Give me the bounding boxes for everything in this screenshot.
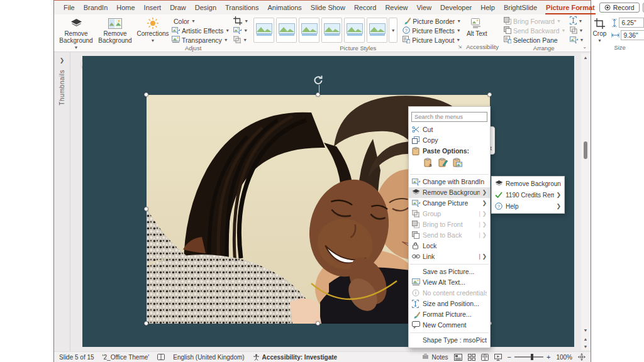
chevron-down-icon: ▼	[562, 28, 566, 33]
search-menus-input[interactable]	[411, 112, 487, 122]
zoom-in-button[interactable]: +	[547, 353, 550, 361]
picture-effects-button[interactable]: ?Picture Effects▼	[401, 26, 462, 35]
resize-handle-ne[interactable]	[487, 92, 492, 97]
menu-item-shape-type-msopicture[interactable]: Shape Type : msoPicture	[409, 335, 490, 346]
collapse-ribbon-icon[interactable]: ⌄	[582, 44, 587, 50]
spellcheck-button[interactable]	[157, 354, 165, 361]
transparency-button[interactable]: Transparency▼	[170, 35, 231, 45]
tab-record[interactable]: Record	[350, 1, 380, 14]
remove-background-split-button[interactable]: Remove Background ▼	[58, 16, 94, 51]
picture-style-thumbnail[interactable]	[367, 18, 387, 43]
menu-item-copy[interactable]: Copy	[409, 135, 490, 146]
adjust-color-button[interactable]: Color▼	[170, 16, 231, 26]
menu-item-paste-options[interactable]: Paste Options:	[409, 146, 490, 156]
zoom-slider-thumb[interactable]	[531, 354, 533, 360]
language-indicator[interactable]: English (United Kingdom)	[173, 354, 244, 361]
ribbon-group-removebg2: Remove Background	[96, 16, 135, 52]
selection-pane-button[interactable]: Selection Pane	[502, 35, 567, 45]
rotate-handle[interactable]	[313, 75, 324, 86]
paste-keep-source-button[interactable]: a	[423, 158, 435, 170]
menu-item-view-alt-text[interactable]: View Alt Text...	[409, 277, 490, 288]
change-picture-small-button[interactable]: ▼	[232, 26, 250, 35]
zoom-slider[interactable]	[514, 356, 543, 358]
fit-slide-button[interactable]	[578, 353, 586, 361]
slideshow-view-button[interactable]	[494, 354, 502, 361]
picture-style-thumbnail[interactable]	[321, 18, 342, 43]
resize-handle-nw[interactable]	[144, 92, 148, 97]
tab-insert[interactable]: Insert	[140, 1, 166, 14]
zoom-out-button[interactable]: −	[508, 353, 511, 361]
picture-layout-button[interactable]: Picture Layout▼	[401, 35, 462, 45]
accessibility-checker[interactable]: Accessibility: Investigate	[253, 354, 338, 361]
tab-transitions[interactable]: Transitions	[221, 1, 263, 14]
artistic-effects-button[interactable]: Artistic Effects▼	[170, 26, 231, 35]
resize-handle-s[interactable]	[316, 321, 320, 326]
crop-button[interactable]: Crop ▼	[589, 16, 610, 44]
tab-slide-show[interactable]: Slide Show	[306, 1, 350, 14]
submenu-item-1190-credits-remaining[interactable]: 1190 Credits Remaining❯	[492, 189, 564, 200]
resize-handle-sw[interactable]	[144, 321, 148, 326]
align-objects-button[interactable]: ▼	[569, 16, 586, 26]
picture-style-thumbnail[interactable]	[344, 18, 365, 43]
scroll-up-icon[interactable]: ▲	[581, 53, 590, 61]
thumbnails-panel-collapsed[interactable]: ❯ Thumbnails	[54, 52, 70, 351]
height-input[interactable]	[619, 18, 644, 28]
menu-item-change-with-brandin[interactable]: Change with BrandIn	[409, 177, 490, 187]
picture-style-thumbnail[interactable]	[276, 18, 297, 43]
picture-style-thumbnail[interactable]	[253, 18, 274, 43]
tab-picture-format[interactable]: Picture Format	[541, 1, 599, 14]
picture-style-thumbnail[interactable]	[299, 18, 319, 43]
reading-view-button[interactable]	[481, 354, 489, 361]
tab-animations[interactable]: Animations	[263, 1, 306, 14]
resize-handle-n[interactable]	[316, 92, 320, 97]
scroll-down-icon[interactable]: ▼	[581, 326, 590, 334]
normal-view-button[interactable]	[454, 354, 462, 361]
tab-home[interactable]: Home	[112, 1, 139, 14]
tab-brandin[interactable]: BrandIn	[79, 1, 113, 14]
record-button[interactable]: Record	[599, 3, 640, 13]
menu-item-new-comment[interactable]: New Comment	[409, 320, 490, 331]
theme-name[interactable]: '2_Office Theme'	[103, 354, 150, 361]
styles-gallery-more-button[interactable]: ▼	[389, 18, 397, 43]
tab-help[interactable]: Help	[476, 1, 499, 14]
paste-picture-button[interactable]	[452, 158, 464, 170]
corrections-button[interactable]: Corrections ▼	[136, 16, 169, 44]
zoom-level[interactable]: 100%	[556, 354, 572, 361]
tab-design[interactable]: Design	[191, 1, 221, 14]
tab-brightslide[interactable]: BrightSlide	[499, 1, 541, 14]
submenu-item-help[interactable]: ?Help❯	[492, 200, 564, 212]
menu-item-link[interactable]: Link| ❯	[409, 251, 490, 262]
alt-text-button[interactable]: Alt Text	[466, 16, 487, 37]
notes-button[interactable]: Notes	[422, 354, 448, 361]
previous-slide-icon[interactable]: ▲	[581, 335, 590, 343]
dialog-launcher-icon[interactable]: ⇲	[458, 45, 464, 51]
menu-item-save-as-picture[interactable]: Save as Picture...	[409, 266, 490, 277]
tab-file[interactable]: File	[59, 1, 79, 14]
tab-developer[interactable]: Developer	[436, 1, 476, 14]
group-objects-button[interactable]: ▼	[569, 26, 586, 35]
slide-sorter-view-button[interactable]	[468, 354, 475, 361]
menu-item-format-picture[interactable]: Format Picture...	[409, 309, 490, 320]
chevron-down-icon: ▼	[579, 19, 583, 23]
tab-view[interactable]: View	[412, 1, 436, 14]
slide-indicator[interactable]: Slide 5 of 15	[59, 354, 94, 361]
width-input[interactable]	[621, 30, 644, 40]
resize-handle-w[interactable]	[144, 207, 148, 211]
next-slide-icon[interactable]: ▼	[581, 343, 590, 350]
scrollbar-thumb[interactable]	[584, 141, 587, 159]
vertical-scrollbar[interactable]: ▲ ▼ ▲ ▼	[581, 53, 590, 350]
menu-item-size-and-position[interactable]: Size and Position...	[409, 299, 490, 309]
tab-review[interactable]: Review	[380, 1, 412, 14]
rotate-objects-button[interactable]: ▼	[569, 35, 586, 45]
paste-use-theme-button[interactable]	[437, 158, 449, 170]
submenu-item-remove-background[interactable]: Remove Background	[492, 178, 564, 189]
reset-picture-button[interactable]: ▼	[232, 35, 250, 45]
compress-pictures-button[interactable]: ▼	[232, 16, 250, 26]
menu-item-lock[interactable]: Lock	[409, 241, 490, 251]
remove-background-button[interactable]: Remove Background	[97, 16, 133, 44]
menu-item-remove-background[interactable]: Remove Background❯	[409, 187, 490, 198]
menu-item-cut[interactable]: Cut	[409, 124, 490, 135]
tab-draw[interactable]: Draw	[165, 1, 191, 14]
menu-item-change-picture[interactable]: Change Picture❯	[409, 198, 490, 209]
picture-border-button[interactable]: Picture Border▼	[401, 16, 462, 26]
